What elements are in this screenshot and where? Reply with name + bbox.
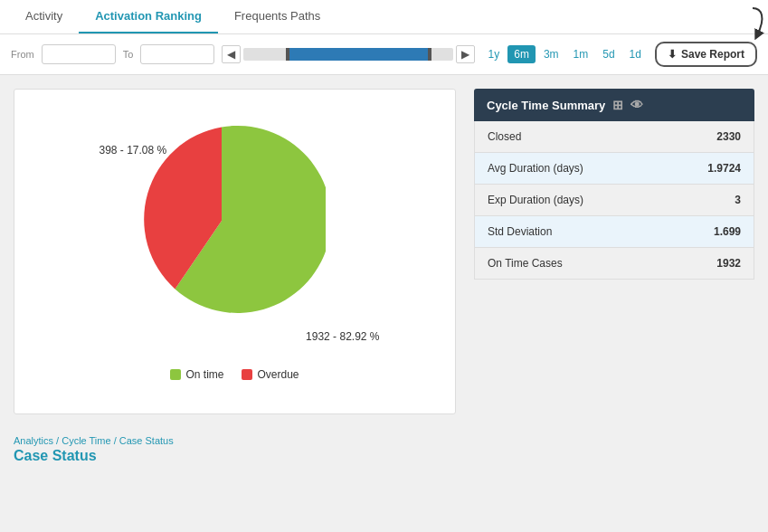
row-value-exp-duration: 3 xyxy=(690,185,754,215)
from-label: From xyxy=(11,49,34,60)
legend-dot-overdue xyxy=(242,369,252,380)
tab-activation-ranking[interactable]: Activation Ranking xyxy=(79,0,218,33)
quick-btn-3m[interactable]: 3m xyxy=(537,45,565,63)
legend-dot-ontime xyxy=(170,369,181,380)
legend-label-ontime: On time xyxy=(185,368,223,381)
quick-btn-1d[interactable]: 1d xyxy=(623,45,648,63)
summary-panel: Cycle Time Summary ⊞ 👁 Closed 2330 Avg D… xyxy=(474,89,754,414)
pie-label-ontime: 1932 - 82.92 % xyxy=(306,330,379,343)
summary-row-closed: Closed 2330 xyxy=(475,121,754,153)
row-value-ontime-cases: 1932 xyxy=(690,248,754,279)
pie-legend: On time Overdue xyxy=(170,368,299,381)
slider-handle-left[interactable] xyxy=(286,48,289,61)
summary-row-exp-duration: Exp Duration (days) 3 xyxy=(475,185,754,216)
row-label-std-deviation: Std Deviation xyxy=(475,216,690,247)
row-value-closed: 2330 xyxy=(690,121,754,152)
slider-right-arrow[interactable]: ▶ xyxy=(456,45,475,63)
quick-buttons: 1y 6m 3m 1m 5d 1d xyxy=(482,45,648,63)
pie-label-overdue: 398 - 17.08 % xyxy=(100,144,167,157)
summary-table: Closed 2330 Avg Duration (days) 1.9724 E… xyxy=(474,121,754,280)
excel-icon[interactable]: ⊞ xyxy=(612,98,623,112)
summary-row-avg-duration: Avg Duration (days) 1.9724 xyxy=(475,153,754,185)
legend-item-overdue: Overdue xyxy=(242,368,299,381)
tab-activity[interactable]: Activity xyxy=(9,0,79,33)
to-date-input[interactable]: 5/17/2016 xyxy=(140,44,214,64)
summary-header: Cycle Time Summary ⊞ 👁 xyxy=(474,89,754,121)
legend-item-ontime: On time xyxy=(170,368,223,381)
summary-row-ontime-cases: On Time Cases 1932 xyxy=(475,248,754,279)
save-report-label: Save Report xyxy=(681,48,744,61)
quick-btn-1m[interactable]: 1m xyxy=(567,45,595,63)
page-title: Case Status xyxy=(0,446,768,466)
from-date-input[interactable]: 7/29/2013 xyxy=(42,44,116,64)
summary-row-std-deviation: Std Deviation 1.699 xyxy=(475,216,754,248)
row-value-std-deviation: 1.699 xyxy=(690,216,754,247)
pie-chart-wrapper: 398 - 17.08 % 1932 - 82.92 % xyxy=(118,117,353,352)
to-label: To xyxy=(123,49,134,60)
row-label-ontime-cases: On Time Cases xyxy=(475,248,690,279)
quick-btn-5d[interactable]: 5d xyxy=(596,45,621,63)
download-icon: ⬇ xyxy=(668,48,677,61)
eye-icon[interactable]: 👁 xyxy=(631,98,643,112)
quick-btn-6m[interactable]: 6m xyxy=(507,45,536,63)
top-nav: Activity Activation Ranking Frequents Pa… xyxy=(0,0,768,34)
quick-btn-1y[interactable]: 1y xyxy=(482,45,507,63)
slider-track[interactable] xyxy=(243,48,452,61)
breadcrumb-text: Analytics / Cycle Time / Case Status xyxy=(14,435,174,446)
legend-label-overdue: Overdue xyxy=(257,368,299,381)
row-label-closed: Closed xyxy=(475,121,690,152)
date-bar: From 7/29/2013 To 5/17/2016 ◀ ▶ 1y 6m 3m… xyxy=(0,34,768,75)
save-report-button[interactable]: ⬇ Save Report xyxy=(655,42,757,67)
chart-panel: 398 - 17.08 % 1932 - 82.92 % On time xyxy=(14,89,456,414)
tab-frequents-paths[interactable]: Frequents Paths xyxy=(218,0,337,33)
main-content: 398 - 17.08 % 1932 - 82.92 % On time xyxy=(0,75,768,428)
row-label-avg-duration: Avg Duration (days) xyxy=(475,153,690,184)
slider-handle-right[interactable] xyxy=(428,48,431,61)
breadcrumb: Analytics / Cycle Time / Case Status xyxy=(0,428,768,446)
summary-title: Cycle Time Summary xyxy=(487,99,605,112)
slider-fill xyxy=(286,48,432,61)
row-value-avg-duration: 1.9724 xyxy=(690,153,754,184)
slider-left-arrow[interactable]: ◀ xyxy=(222,45,241,63)
row-label-exp-duration: Exp Duration (days) xyxy=(475,185,690,215)
date-slider-area: ◀ ▶ xyxy=(222,45,474,63)
